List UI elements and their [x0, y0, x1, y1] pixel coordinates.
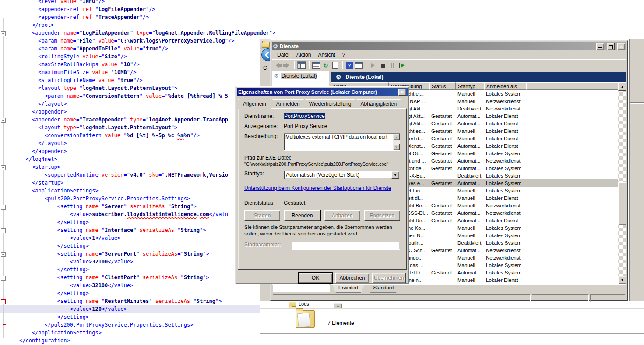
service-starttype: Automat... [456, 248, 484, 253]
dialog-tab-wiederherstellung[interactable]: Wiederherstellung [305, 99, 356, 108]
extended-view-icon[interactable] [355, 62, 363, 69]
dienstname-value[interactable]: PortProxyService [284, 113, 325, 119]
code-line: </root> [19, 21, 270, 29]
scrollbar-thumb[interactable] [618, 182, 626, 225]
menu-item-[interactable]: ? [339, 51, 349, 59]
view-tabs: ErweitertStandard [330, 285, 400, 293]
code-line: <maximumFileSize value="10MB"/> [19, 68, 270, 76]
restart-service-icon[interactable] [398, 62, 406, 69]
scroll-up-icon[interactable]: ▲ [618, 82, 626, 91]
combo-dropdown-icon[interactable]: ▼ [391, 171, 399, 179]
service-logon-as: Lokaler Dienst [484, 128, 618, 134]
gutter-line [3, 18, 4, 338]
menu-item-aktion[interactable]: Aktion [293, 51, 314, 59]
tree-item-dienste-lokal[interactable]: ⚙ Dienste (Lokal) [273, 72, 328, 79]
fold-marker-icon[interactable]: − [1, 165, 6, 170]
tree-item-label: Dienste (Lokal) [281, 73, 318, 79]
service-logon-as: Lokaler Dienst [484, 121, 618, 126]
service-logon-as: Lokales System [484, 151, 618, 156]
anzeigename-value[interactable]: Port Proxy Service [284, 123, 327, 129]
menu-item-ansicht[interactable]: Ansicht [314, 51, 338, 59]
column-header-anmeldenals[interactable]: Anmelden als [484, 82, 526, 90]
service-starttype: Automat... [456, 166, 484, 171]
code-line: <setting name="RestartMinutes" serialize… [19, 297, 270, 305]
stop-service-icon[interactable] [379, 62, 387, 69]
show-console-tree-icon[interactable] [297, 61, 306, 69]
dialog-tab-anmelden[interactable]: Anmelden [272, 99, 304, 108]
service-starttype: Manuell [456, 136, 484, 141]
back-icon[interactable] [274, 62, 282, 69]
code-line: </setting> [19, 242, 270, 250]
service-starttype: Automat... [456, 181, 484, 186]
statusbar-panel [273, 294, 531, 302]
beschreibung-field[interactable]: Multiplexes external TCP/IP data on loca… [284, 133, 400, 151]
divider [630, 102, 644, 104]
explorer-folder-icon [262, 42, 270, 48]
beschreibung-scrollbar[interactable]: ▲ ▼ [393, 134, 400, 150]
divider [630, 60, 644, 61]
scroll-down-icon[interactable]: ▼ [393, 144, 400, 150]
refresh-icon[interactable]: ↻ [322, 62, 330, 69]
code-folding-gutter: −−−−−−−− [0, 0, 19, 345]
code-line: </puls200.PortProxyService.Properties.Se… [19, 321, 270, 329]
code-line: <layout type="log4net.Layout.PatternLayo… [19, 124, 270, 132]
export-list-icon[interactable] [331, 62, 339, 69]
dialog-tab-allgemein[interactable]: Allgemein [238, 99, 271, 109]
maximize-button[interactable] [607, 43, 615, 50]
abbrechen-button[interactable]: Abbrechen [335, 273, 369, 283]
fold-marker-icon[interactable]: − [1, 228, 6, 233]
services-titlebar[interactable]: ⚙ Dienste × [272, 42, 626, 50]
divider [630, 50, 644, 51]
xml-code-editor[interactable]: −−−−−−−− <level value="INFO"/> <appender… [0, 0, 270, 345]
dialog-tabs: AllgemeinAnmeldenWiederherstellungAbhäng… [237, 96, 408, 108]
anhalten-button[interactable]: Anhalten [324, 210, 360, 221]
fold-marker-icon[interactable]: − [1, 299, 6, 304]
fold-marker-icon[interactable]: − [1, 118, 6, 123]
explorer-titlebar-fragment [260, 39, 271, 49]
window-title: Dienste [280, 43, 299, 50]
code-line: </setting> [19, 266, 270, 274]
fold-marker-icon[interactable]: − [1, 31, 6, 36]
code-line: <applicationSettings> [19, 187, 270, 195]
dialog-title: Eigenschaften von Port Proxy Service (Lo… [238, 89, 377, 95]
properties-icon[interactable] [312, 62, 320, 69]
service-logon-as: Netzwerkdienst [484, 203, 618, 208]
scroll-down-icon[interactable]: ▼ [618, 276, 626, 284]
start-service-icon[interactable] [369, 62, 377, 69]
code-line: <rollingStyle value="Size"/> [19, 53, 270, 60]
scroll-up-icon[interactable]: ▲ [393, 134, 400, 140]
fortsetzen-button[interactable]: Fortsetzen [364, 210, 400, 221]
dialog-tab-abhngigkeiten[interactable]: Abhängigkeiten [356, 99, 401, 108]
help-icon[interactable]: ? [345, 62, 353, 69]
startparameter-input[interactable] [292, 242, 400, 250]
fold-marker-icon[interactable]: − [1, 252, 6, 257]
beenden-button[interactable]: Beenden [284, 210, 320, 221]
vertical-scrollbar[interactable]: ▲ ▼ [618, 82, 626, 284]
view-tab-standard[interactable]: Standard [367, 285, 400, 293]
starten-button[interactable]: Starten [244, 210, 280, 221]
code-line: <supportedRuntime version="v4.0" sku=".N… [19, 171, 270, 179]
fold-marker-icon[interactable]: − [1, 276, 6, 281]
column-header-filler [526, 82, 618, 90]
service-starttype: Automat... [456, 121, 484, 126]
pause-service-icon[interactable] [388, 62, 396, 69]
minimize-button[interactable] [596, 43, 604, 50]
startoptions-help-link[interactable]: Unterstützung beim Konfigurieren der Sta… [244, 185, 391, 191]
code-line: </appender> [19, 147, 270, 155]
close-button[interactable]: × [617, 43, 625, 50]
statusbar-panel [590, 294, 625, 302]
services-header-icon: ⚙ [336, 74, 341, 81]
fold-marker-icon[interactable]: − [1, 205, 6, 210]
dialog-close-icon[interactable]: × [398, 89, 406, 96]
menu-item-datei[interactable]: Datei [274, 51, 293, 59]
column-header-starttyp[interactable]: Starttyp [456, 82, 484, 90]
bernehmen-button[interactable]: Übernehmen [372, 273, 406, 283]
ok-button[interactable]: OK [299, 273, 332, 283]
dialog-titlebar[interactable]: Eigenschaften von Port Proxy Service (Lo… [237, 88, 408, 96]
starttyp-combobox[interactable]: Automatisch (Verzögerter Start) ▼ [284, 171, 400, 179]
column-header-status[interactable]: Status [429, 82, 456, 90]
service-status: Gestartet [429, 136, 456, 141]
view-tab-erweitert[interactable]: Erweitert [332, 285, 364, 293]
starttyp-value: Automatisch (Verzögerter Start) [284, 172, 391, 178]
forward-icon[interactable] [283, 62, 291, 69]
